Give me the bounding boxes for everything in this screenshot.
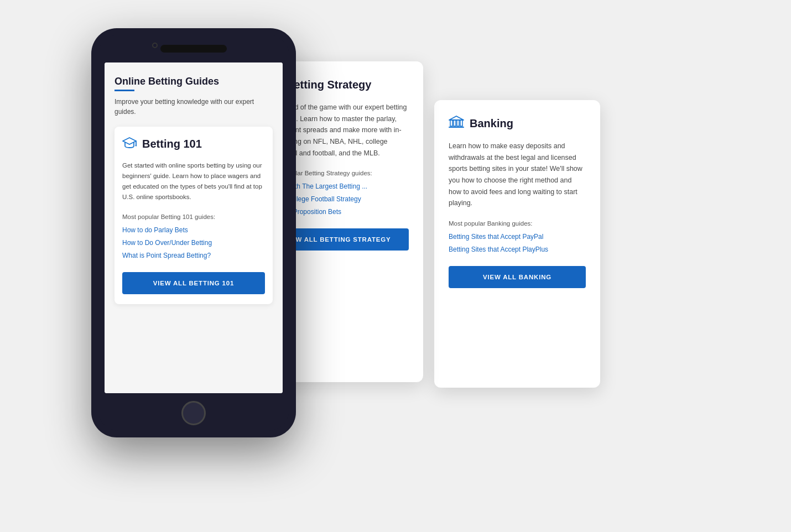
phone-link-list: How to do Parlay Bets How to Do Over/Und… <box>122 225 265 260</box>
phone-home-button[interactable] <box>181 401 206 425</box>
link-playplus[interactable]: Betting Sites that Accept PlayPlus <box>449 246 548 253</box>
banking-cta-button[interactable]: VIEW ALL BANKING <box>449 266 586 288</box>
svg-rect-10 <box>454 120 456 126</box>
screen-content: Online Betting Guides Improve your betti… <box>105 62 283 393</box>
list-item[interactable]: Betting Sites that Accept PlayPlus <box>449 244 586 254</box>
link-parlay[interactable]: How to do Parlay Bets <box>122 226 188 234</box>
banking-link-list: Betting Sites that Accept PayPal Betting… <box>449 231 586 254</box>
svg-rect-9 <box>450 120 452 126</box>
phone-speaker <box>160 45 227 53</box>
screen-title: Online Betting Guides <box>115 76 273 87</box>
link-overunder[interactable]: How to Do Over/Under Betting <box>122 239 212 247</box>
graduation-icon <box>122 137 137 152</box>
link-pointspread[interactable]: What is Point Spread Betting? <box>122 252 211 259</box>
banking-card: Banking Learn how to make easy deposits … <box>434 100 600 388</box>
phone-popular-label: Most popular Betting 101 guides: <box>122 213 265 220</box>
list-item[interactable]: Betting Sites that Accept PayPal <box>449 231 586 241</box>
svg-rect-11 <box>457 120 459 126</box>
screen-header: Online Betting Guides Improve your betti… <box>115 76 273 117</box>
phone-card-body: Get started with online sports betting b… <box>122 160 265 202</box>
title-underline <box>115 90 134 91</box>
svg-point-1 <box>136 145 137 147</box>
banking-icon <box>449 116 464 132</box>
scene: Online Betting Guides Improve your betti… <box>91 28 700 504</box>
list-item[interactable]: What is Point Spread Betting? <box>122 250 265 260</box>
phone-card-title: Betting 101 <box>122 137 265 152</box>
phone-cta-button[interactable]: VIEW ALL BETTING 101 <box>122 272 265 294</box>
banking-card-body: Learn how to make easy deposits and with… <box>449 140 586 209</box>
svg-rect-12 <box>460 120 462 126</box>
phone-betting101-card: Betting 101 Get started with online spor… <box>115 127 273 304</box>
phone-camera <box>152 43 158 48</box>
link-paypal[interactable]: Betting Sites that Accept PayPal <box>449 233 543 241</box>
svg-marker-8 <box>449 116 464 120</box>
phone-shell: Online Betting Guides Improve your betti… <box>91 28 296 437</box>
banking-popular-label: Most popular Banking guides: <box>449 220 586 227</box>
list-item[interactable]: How to do Parlay Bets <box>122 225 265 234</box>
list-item[interactable]: How to Do Over/Under Betting <box>122 237 265 247</box>
phone-screen: Online Betting Guides Improve your betti… <box>105 62 283 393</box>
screen-subtitle: Improve your betting knowledge with our … <box>115 97 273 117</box>
banking-card-title: Banking <box>449 116 586 132</box>
